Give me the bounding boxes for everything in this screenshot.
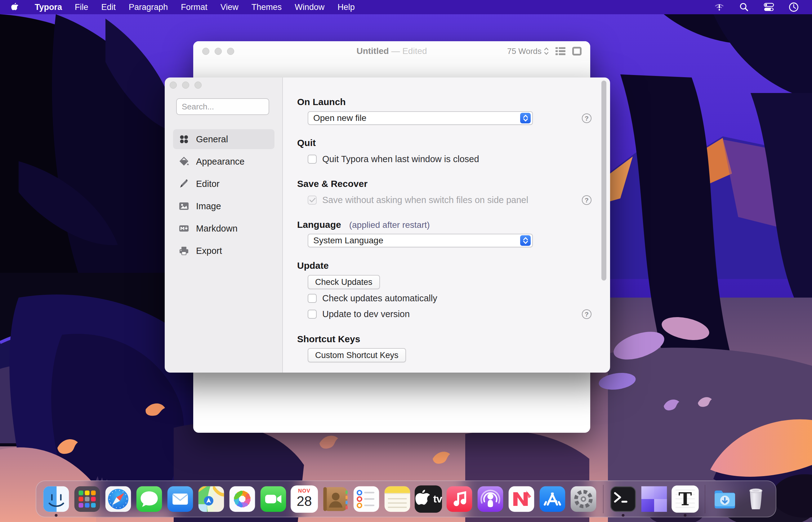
dock-icon-launchpad[interactable] [74, 485, 101, 513]
sidebar-item-label: Appearance [196, 157, 245, 167]
sidebar-item-label: General [196, 134, 228, 144]
dock-icon-podcasts[interactable] [477, 485, 504, 513]
check-updates-auto-label: Check updates automatically [322, 293, 437, 303]
search-input[interactable] [176, 98, 269, 115]
sidebar-panel-icon[interactable] [572, 47, 582, 56]
sidebar-item-label: Export [196, 246, 222, 256]
dock-icon-news[interactable] [508, 485, 535, 513]
word-count-control[interactable]: 75 Words [507, 46, 549, 56]
zoom-button[interactable] [227, 48, 234, 55]
dock-icon-messages[interactable] [136, 485, 163, 513]
custom-shortcut-keys-button[interactable]: Custom Shortcut Keys [308, 348, 406, 362]
image-icon [179, 201, 189, 212]
preferences-content: On Launch Open new file ? Quit Quit Typo… [283, 78, 610, 373]
desktop: Typora File Edit Paragraph Format View T… [0, 0, 812, 522]
apple-menu[interactable] [11, 2, 20, 13]
document-titlebar[interactable]: Untitled — Edited 75 Words [193, 41, 590, 61]
menu-edit[interactable]: Edit [95, 2, 122, 12]
update-dev-help-icon[interactable]: ? [582, 309, 592, 319]
running-indicator [622, 514, 625, 517]
dock-icon-maps[interactable] [197, 485, 225, 513]
menu-help[interactable]: Help [331, 2, 361, 12]
sidebar-item-label: Markdown [196, 223, 237, 234]
dock-icon-finder[interactable] [42, 485, 70, 513]
grid-icon [179, 134, 189, 144]
dock-icon-trash[interactable] [742, 485, 770, 513]
update-dev-label: Update to dev version [322, 309, 410, 319]
check-updates-button[interactable]: Check Updates [308, 275, 380, 289]
section-heading-on-launch: On Launch [297, 97, 346, 107]
menu-view[interactable]: View [214, 2, 245, 12]
paint-bucket-icon [179, 156, 189, 167]
scrollbar-thumb[interactable] [601, 81, 606, 281]
on-launch-help-icon[interactable]: ? [582, 114, 592, 123]
sidebar-item-image[interactable]: Image [173, 196, 274, 216]
menu-themes[interactable]: Themes [245, 2, 288, 12]
sidebar-item-markdown[interactable]: Markdown [173, 219, 274, 238]
dock-icon-terminal[interactable] [610, 485, 637, 513]
calendar-day-label: 28 [297, 494, 312, 509]
prefs-close-button[interactable] [170, 82, 177, 89]
sidebar-item-appearance[interactable]: Appearance [173, 152, 274, 172]
dock-icon-apple-tv[interactable]: tv [415, 485, 442, 513]
menu-paragraph[interactable]: Paragraph [122, 2, 174, 12]
dock: NOV 28 [36, 480, 776, 517]
close-button[interactable] [202, 48, 209, 55]
dock-divider [603, 485, 603, 513]
dock-icon-photos[interactable] [229, 485, 256, 513]
dock-divider [705, 485, 705, 513]
spotlight-search-icon[interactable] [739, 2, 749, 13]
stepper-chevrons-icon [544, 47, 549, 55]
select-stepper-icon [520, 113, 531, 123]
calendar-month-label: NOV [298, 488, 310, 494]
save-recover-help-icon[interactable]: ? [582, 195, 592, 205]
section-heading-shortcut-keys: Shortcut Keys [297, 334, 360, 344]
dock-icon-contacts[interactable] [322, 485, 349, 513]
save-without-asking-checkbox[interactable] [308, 196, 317, 205]
dock-icon-calendar[interactable]: NOV 28 [291, 485, 318, 513]
dock-icon-wallpaper-image[interactable] [640, 485, 668, 513]
quit-checkbox[interactable] [308, 155, 317, 164]
sidebar-item-editor[interactable]: Editor [173, 174, 274, 194]
dock-icon-reminders[interactable] [353, 485, 380, 513]
edited-label: Edited [402, 46, 427, 56]
dock-icon-music[interactable] [446, 485, 473, 513]
on-launch-select[interactable]: Open new file [308, 111, 533, 125]
dock-icon-notes[interactable] [384, 485, 411, 513]
markdown-icon [179, 223, 189, 234]
dock-icon-facetime[interactable] [259, 485, 287, 513]
control-center-icon[interactable] [763, 2, 774, 13]
language-restart-note: (applied after restart) [349, 220, 430, 230]
menu-file[interactable]: File [68, 2, 95, 12]
dock-icon-typora[interactable]: T [672, 485, 699, 513]
select-stepper-icon [520, 235, 531, 246]
menu-window[interactable]: Window [288, 2, 331, 12]
outline-list-icon[interactable] [556, 47, 565, 56]
dock-icon-downloads[interactable] [711, 485, 738, 513]
menu-bar: Typora File Edit Paragraph Format View T… [0, 0, 812, 14]
sidebar-item-general[interactable]: General [173, 129, 274, 149]
section-heading-save-recover: Save & Recover [297, 179, 368, 189]
menu-app-name[interactable]: Typora [28, 2, 68, 12]
clock-icon[interactable] [789, 2, 799, 13]
printer-icon [179, 245, 189, 256]
update-dev-checkbox[interactable] [308, 310, 317, 319]
word-count-label: 75 Words [507, 46, 542, 56]
language-select[interactable]: System Language [308, 234, 533, 247]
dock-icon-app-store[interactable] [539, 485, 566, 513]
dock-icon-system-settings[interactable] [570, 485, 597, 513]
preferences-window: General Appearance Edi [165, 78, 610, 373]
sidebar-item-export[interactable]: Export [173, 241, 274, 261]
wifi-warning-icon[interactable] [714, 2, 724, 13]
minimize-button[interactable] [215, 48, 222, 55]
prefs-zoom-button[interactable] [194, 82, 201, 89]
document-title-name: Untitled [356, 46, 389, 56]
sidebar-item-label: Editor [196, 179, 219, 189]
typora-letter: T [678, 488, 692, 509]
prefs-minimize-button[interactable] [182, 82, 189, 89]
menu-format[interactable]: Format [174, 2, 214, 12]
dock-icon-safari[interactable] [104, 485, 132, 513]
dock-icon-mail[interactable] [167, 485, 194, 513]
check-updates-auto-checkbox[interactable] [308, 294, 317, 303]
save-without-asking-label: Save without asking when switch files on… [322, 195, 528, 205]
